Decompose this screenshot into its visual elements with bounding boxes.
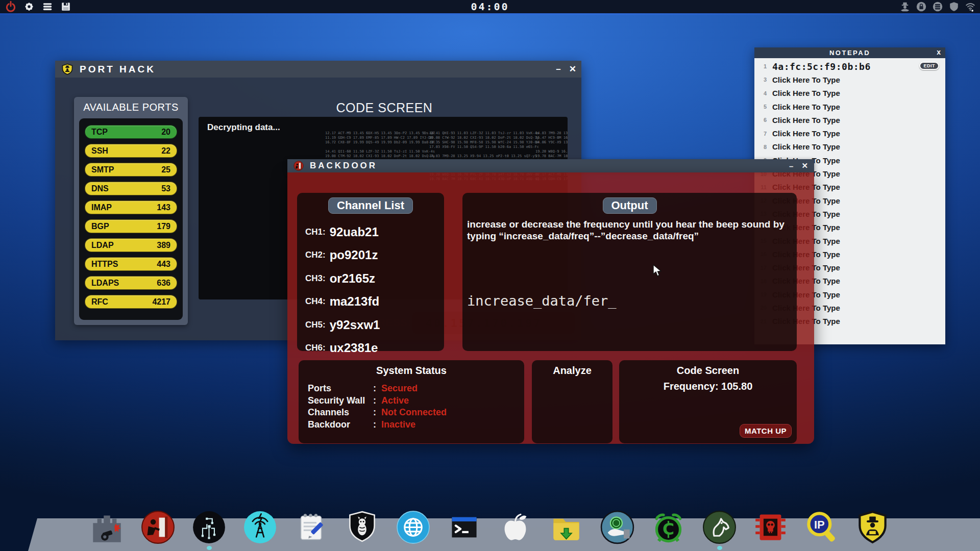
- backdoor-app-icon[interactable]: [141, 510, 175, 544]
- notes-icon[interactable]: [294, 510, 328, 544]
- port-pill[interactable]: DNS 53: [85, 182, 177, 195]
- channel-label: CH4:: [305, 296, 326, 307]
- channel-code: or2165z: [330, 271, 375, 286]
- browser-globe-icon[interactable]: [396, 510, 430, 544]
- notepad-line[interactable]: 6 Click Here To Type: [754, 113, 945, 127]
- analyze-panel[interactable]: Analyze: [532, 360, 612, 443]
- port-pill[interactable]: HTTPS 443: [85, 257, 177, 271]
- status-row: Channels : Not Connected: [308, 407, 519, 419]
- channel-list-panel: Channel List CH1: 92uab21 CH2: po9201z C…: [297, 193, 444, 351]
- line-text[interactable]: Click Here To Type: [772, 116, 840, 124]
- line-number: 3: [754, 77, 767, 83]
- output-title: Output: [602, 197, 656, 214]
- port-number: 4217: [152, 297, 170, 307]
- channel-row: CH2: po9201z: [305, 244, 440, 267]
- match-up-button[interactable]: MATCH UP: [740, 424, 792, 438]
- available-ports-panel: AVAILABLE PORTS TCP 20 SSH 22 SMTP 25: [74, 97, 188, 325]
- coin-hand-icon[interactable]: [600, 510, 634, 544]
- port-pill[interactable]: LDAP 389: [85, 238, 177, 252]
- port-name: IMAP: [91, 203, 112, 212]
- ports-list: TCP 20 SSH 22 SMTP 25 DNS 53: [79, 118, 183, 320]
- status-value: Inactive: [381, 419, 415, 430]
- notepad-line[interactable]: 4 Click Here To Type: [754, 87, 945, 100]
- status-separator: :: [373, 383, 381, 394]
- close-button[interactable]: ✕: [569, 64, 576, 74]
- close-button[interactable]: ✕: [801, 161, 808, 170]
- output-panel: Output increase or decrease the frequenc…: [462, 193, 797, 351]
- port-number: 22: [161, 146, 170, 156]
- crypto-clock-icon[interactable]: C: [651, 510, 685, 544]
- notepad-line[interactable]: 5 Click Here To Type: [754, 100, 945, 113]
- line-text[interactable]: Click Here To Type: [772, 89, 840, 97]
- channel-label: CH1:: [305, 227, 326, 237]
- port-pill[interactable]: BGP 179: [85, 219, 177, 233]
- port-name: BGP: [91, 222, 109, 231]
- port-number: 636: [157, 279, 170, 288]
- code-screen-title: CODE SCREEN: [270, 101, 499, 115]
- port-pill[interactable]: RFC 4217: [85, 295, 177, 309]
- port-name: SSH: [91, 146, 108, 156]
- channel-row: CH5: y92sxw1: [305, 313, 440, 337]
- minimize-button[interactable]: –: [789, 162, 793, 170]
- line-text[interactable]: 4a:fc:5c:f9:0b:b6: [772, 61, 871, 72]
- port-hack-shield-icon: [61, 63, 74, 76]
- server-tray-icon[interactable]: [932, 1, 943, 12]
- notepad-line[interactable]: 3 Click Here To Type: [754, 73, 945, 86]
- port-number: 143: [157, 203, 170, 212]
- backdoor-window: BACKDOOR – ✕ Channel List CH1: 92uab21 C…: [287, 159, 814, 444]
- line-text[interactable]: Click Here To Type: [772, 103, 840, 111]
- port-number: 389: [157, 241, 170, 250]
- radio-tower-icon[interactable]: [243, 510, 277, 544]
- available-ports-title: AVAILABLE PORTS: [74, 97, 188, 113]
- status-value: Secured: [381, 383, 418, 394]
- port-pill[interactable]: LDAPS 636: [85, 276, 177, 290]
- download-folder-icon[interactable]: [549, 510, 583, 544]
- running-indicator: [207, 546, 212, 550]
- typed-command[interactable]: increase_data/fer_: [467, 293, 617, 309]
- status-label: Security Wall: [308, 395, 373, 406]
- ip-lookup-icon[interactable]: IP: [804, 510, 839, 544]
- status-value: Active: [381, 395, 409, 406]
- channel-code: po9201z: [330, 248, 378, 262]
- spy-tray-icon[interactable]: [899, 1, 911, 12]
- circuit-icon[interactable]: [192, 510, 226, 544]
- channel-label: CH2:: [305, 250, 326, 260]
- port-hack-titlebar[interactable]: PORT HACK – ✕: [55, 61, 581, 78]
- hacker-shield-icon[interactable]: [855, 510, 890, 544]
- owl-shield-icon[interactable]: [345, 510, 379, 544]
- minimize-button[interactable]: –: [556, 64, 560, 74]
- notepad-line[interactable]: 1 4a:fc:5c:f9:0b:b6 EDIT: [754, 60, 945, 73]
- chip-skull-icon[interactable]: [753, 510, 788, 544]
- channel-code: 92uab21: [330, 225, 379, 239]
- notepad-title: NOTEPAD: [829, 49, 870, 57]
- notepad-titlebar[interactable]: NOTEPAD x: [754, 47, 945, 58]
- channel-rows: CH1: 92uab21 CH2: po9201z CH3: or2165z: [305, 220, 440, 360]
- line-number: 6: [754, 117, 767, 123]
- trojan-horse-icon[interactable]: [702, 510, 737, 544]
- channel-label: CH6:: [305, 343, 326, 353]
- wifi-tray-icon[interactable]: [965, 1, 976, 12]
- backdoor-titlebar[interactable]: BACKDOOR – ✕: [287, 159, 814, 172]
- line-text[interactable]: Click Here To Type: [772, 142, 840, 151]
- line-text[interactable]: Click Here To Type: [772, 76, 840, 84]
- port-name: RFC: [91, 297, 108, 307]
- port-pill[interactable]: SMTP 25: [85, 163, 177, 177]
- code-screen-mini-panel: Code Screen Frequency: 105.80 MATCH UP: [619, 360, 797, 443]
- apple-icon[interactable]: [498, 510, 532, 544]
- shield-tray-icon[interactable]: [948, 1, 960, 12]
- port-pill[interactable]: TCP 20: [85, 125, 177, 139]
- lock-tray-icon[interactable]: [916, 1, 927, 12]
- edit-button[interactable]: EDIT: [919, 62, 939, 70]
- close-button[interactable]: x: [937, 48, 941, 56]
- notepad-line[interactable]: 8 Click Here To Type: [754, 140, 945, 154]
- notepad-line[interactable]: 7 Click Here To Type: [754, 127, 945, 140]
- castle-cannon-icon[interactable]: [90, 510, 124, 544]
- port-pill[interactable]: IMAP 143: [85, 201, 177, 214]
- port-name: TCP: [91, 128, 108, 137]
- port-name: LDAPS: [91, 279, 119, 288]
- port-pill[interactable]: SSH 22: [85, 144, 177, 158]
- status-rows: Ports : Secured Security Wall : Active C…: [308, 383, 519, 431]
- channel-row: CH6: ux2381e: [305, 337, 440, 360]
- line-text[interactable]: Click Here To Type: [772, 129, 840, 138]
- terminal-icon[interactable]: [447, 510, 481, 544]
